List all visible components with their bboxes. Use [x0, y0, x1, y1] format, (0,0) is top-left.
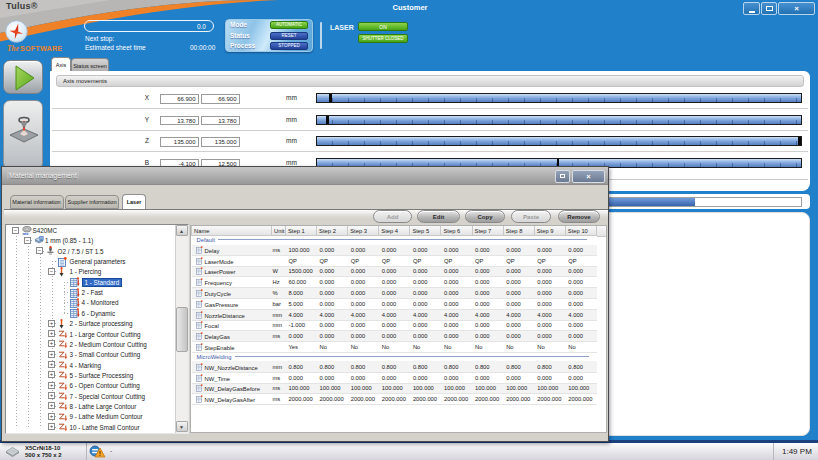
svg-text:mc: mc [22, 230, 29, 234]
